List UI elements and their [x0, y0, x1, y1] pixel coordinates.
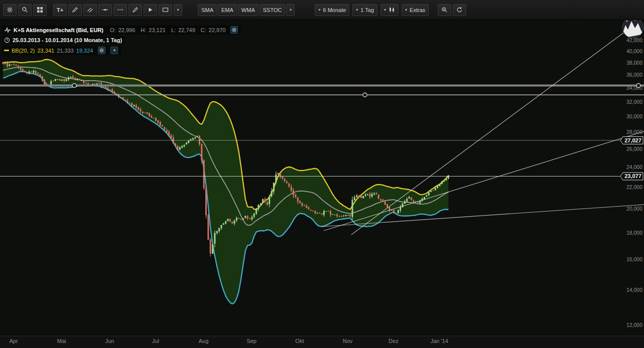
brush-tool-button[interactable] [128, 4, 142, 16]
brush-icon [132, 7, 139, 13]
open-label: O: [110, 27, 116, 33]
svg-text:27,027: 27,027 [624, 137, 641, 143]
pulse-icon [4, 27, 11, 33]
indicator-caret[interactable]: ▾ [286, 4, 295, 16]
svg-text:23,077: 23,077 [624, 173, 641, 179]
bb-middle-value: 21,333 [57, 48, 74, 54]
interval-dropdown[interactable]: ▾ 1 Tag [352, 4, 377, 16]
toolbar-group-draw-tools: T+ ▾ [53, 4, 182, 16]
bb-lower-value: 19,324 [76, 48, 93, 54]
high-label: H: [141, 27, 146, 33]
ema-button[interactable]: EMA [218, 4, 237, 16]
svg-text:18,000: 18,000 [626, 230, 642, 236]
chart-type-dropdown[interactable]: ▾ [380, 4, 399, 16]
svg-text:16,000: 16,000 [626, 256, 642, 262]
open-value: 22,996 [118, 27, 136, 33]
svg-text:32,000: 32,000 [626, 99, 642, 105]
sstoc-label: SSTOC [263, 7, 282, 13]
bb-color-swatch [4, 50, 9, 51]
platform-logo [622, 20, 643, 38]
svg-text:30,000: 30,000 [626, 113, 642, 119]
svg-text:Jan '14: Jan '14 [431, 338, 448, 344]
gear-icon [99, 48, 104, 53]
svg-text:26,000: 26,000 [626, 146, 642, 152]
rectangle-icon [162, 7, 169, 13]
instrument-row: K+S Aktiengesellschaft (Bid, EUR) O:22,9… [2, 25, 241, 35]
undo-button[interactable] [453, 4, 466, 16]
channel-tool-button[interactable] [83, 4, 97, 16]
text-tool-label: T+ [57, 7, 63, 13]
indicator-row: BB(20, 2) 23,341 21,333 19,324 × [2, 46, 121, 55]
price-chart[interactable]: 42,00040,00038,00036,00034,00032,00030,0… [0, 20, 644, 348]
line-drag-handle[interactable] [72, 84, 76, 88]
time-axis[interactable] [0, 336, 644, 348]
wma-label: WMA [241, 7, 255, 13]
close-icon: × [113, 48, 116, 53]
line-drag-handle[interactable] [636, 84, 640, 88]
svg-text:22,000: 22,000 [626, 184, 642, 190]
svg-text:Dez: Dez [389, 338, 399, 344]
shape-tool-button[interactable] [159, 4, 172, 16]
date-range-value: 25.03.2013 - 10.01.2014 (10 Monate, 1 Ta… [13, 37, 122, 43]
bb-remove-button[interactable]: × [110, 47, 118, 54]
play-arrow-icon [147, 7, 154, 13]
chevron-down-icon: ▾ [318, 8, 320, 12]
line-drag-handle[interactable] [363, 93, 367, 97]
undo-icon [456, 7, 463, 13]
low-value: 22,749 [178, 27, 195, 33]
instrument-settings-button[interactable] [230, 26, 238, 34]
toolbar-group-dropdowns: ▾ 6 Monate ▾ 1 Tag ▾ ▾ Extras [315, 4, 429, 16]
bb-settings-button[interactable] [98, 47, 105, 54]
svg-text:Sep: Sep [246, 338, 256, 344]
svg-text:Jul: Jul [152, 338, 159, 344]
chevron-down-icon: ▾ [356, 8, 358, 12]
zoom-in-button[interactable] [438, 4, 451, 16]
timeframe-dropdown[interactable]: ▾ 6 Monate [315, 4, 349, 16]
search-button[interactable] [18, 4, 32, 16]
svg-text:Mai: Mai [57, 338, 66, 344]
chart-legend: K+S Aktiengesellschaft (Bid, EUR) O:22,9… [2, 25, 241, 57]
close-label: C: [201, 27, 206, 33]
settings-button[interactable] [3, 4, 17, 16]
svg-text:12,000: 12,000 [626, 322, 642, 328]
sma-button[interactable]: SMA [198, 4, 217, 16]
shape-tool-caret[interactable]: ▾ [174, 4, 182, 16]
svg-text:40,000: 40,000 [626, 48, 642, 54]
instrument-title: K+S Aktiengesellschaft (Bid, EUR) [14, 27, 103, 33]
toolbar-group-zoom [438, 4, 466, 16]
interval-value: 1 Tag [360, 7, 374, 13]
price-tag[interactable]: 23,077 [620, 172, 643, 180]
toolbar-group-main [3, 4, 47, 16]
horizontal-line-tool-button[interactable] [98, 4, 112, 16]
svg-text:14,000: 14,000 [626, 287, 642, 293]
text-tool-button[interactable]: T+ [53, 4, 67, 16]
clock-icon [4, 37, 10, 43]
chart-toolbar: T+ ▾ SMA E [0, 0, 644, 20]
layout-grid-button[interactable] [33, 4, 47, 16]
gear-icon [7, 7, 13, 13]
price-tag[interactable]: 27,027 [620, 136, 643, 144]
horizontal-line-icon [102, 7, 108, 13]
sstoc-button[interactable]: SSTOC [260, 4, 286, 16]
svg-text:28,000: 28,000 [626, 129, 642, 135]
trading-app-window: T+ ▾ SMA E [0, 0, 644, 348]
sma-label: SMA [201, 7, 213, 13]
svg-text:20,000: 20,000 [626, 206, 642, 212]
extras-dropdown[interactable]: ▾ Extras [402, 4, 429, 16]
arrow-tool-button[interactable] [144, 4, 157, 16]
timeframe-value: 6 Monate [323, 7, 346, 13]
pencil-tool-button[interactable] [68, 4, 82, 16]
high-value: 23,121 [149, 27, 166, 33]
candlestick-icon [389, 7, 395, 13]
svg-text:38,000: 38,000 [626, 60, 642, 66]
wma-button[interactable]: WMA [238, 4, 259, 16]
svg-text:24,000: 24,000 [626, 164, 642, 170]
chevron-down-icon: ▾ [384, 8, 386, 12]
toolbar-group-indicators: SMA EMA WMA SSTOC ▾ [198, 4, 295, 16]
dashed-line-tool-button[interactable] [113, 4, 127, 16]
svg-text:36,000: 36,000 [626, 72, 642, 78]
svg-text:Okt: Okt [295, 338, 304, 344]
gear-icon [231, 27, 237, 33]
chevron-down-icon: ▾ [177, 8, 179, 12]
svg-text:Apr: Apr [9, 338, 18, 344]
